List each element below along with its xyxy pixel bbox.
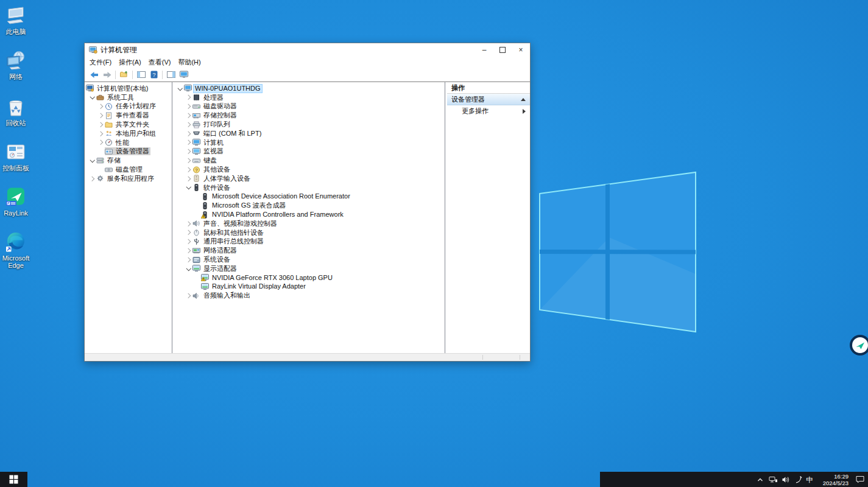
start-button[interactable] (0, 472, 27, 487)
chevron-collapsed-icon[interactable] (185, 220, 192, 227)
chevron-collapsed-icon[interactable] (97, 121, 105, 128)
console-node-row[interactable]: 性能 (85, 138, 172, 147)
menu-item-2[interactable]: 查看(V) (145, 57, 175, 68)
device-node-row[interactable]: 人体学输入设备 (174, 174, 445, 183)
chevron-collapsed-icon[interactable] (97, 112, 105, 119)
console-node-row[interactable]: 存储 (85, 156, 172, 165)
console-node-row[interactable]: 共享文件夹 (85, 120, 172, 129)
raylink-floating-ball[interactable] (848, 334, 868, 357)
desktop-icon-control-panel[interactable]: 控制面板 (0, 141, 32, 172)
device-node-row[interactable]: 显示适配器 (174, 264, 445, 273)
desktop-icon-network[interactable]: 网络 (0, 50, 32, 80)
device-node-row[interactable]: 监视器 (174, 147, 445, 156)
remote-button[interactable] (177, 69, 190, 80)
chevron-collapsed-icon[interactable] (185, 139, 192, 146)
maximize-button[interactable] (493, 43, 512, 57)
toolbar-separator (162, 71, 163, 79)
desktop-icon-raylink[interactable]: RayLink (0, 186, 32, 217)
device-node-row[interactable]: Microsoft Device Association Root Enumer… (174, 192, 445, 201)
menu-item-0[interactable]: 文件(F) (86, 57, 115, 68)
chevron-collapsed-icon[interactable] (97, 103, 105, 110)
desktop-icon-recycle-bin[interactable]: 回收站 (0, 96, 32, 127)
chevron-collapsed-icon[interactable] (185, 256, 192, 264)
device-node-row[interactable]: NVIDIA Platform Controllers and Framewor… (174, 210, 445, 219)
console-node-label: 任务计划程序 (115, 102, 157, 110)
tray-pen-icon[interactable] (794, 475, 803, 485)
chevron-collapsed-icon[interactable] (185, 121, 192, 128)
chevron-collapsed-icon[interactable] (185, 238, 192, 245)
chevron-expanded-icon[interactable] (185, 265, 192, 272)
chevron-expanded-icon[interactable] (88, 157, 96, 164)
tray-volume-icon[interactable] (781, 475, 791, 485)
taskbar-clock[interactable]: 16:29 2024/5/23 (813, 473, 849, 486)
device-node-row[interactable]: 磁盘驱动器 (174, 102, 445, 111)
menu-item-3[interactable]: 帮助(H) (174, 57, 204, 68)
tray-chevron-up-icon[interactable] (755, 475, 765, 485)
console-node-row[interactable]: 设备管理器 (85, 147, 172, 156)
tray-network-icon[interactable] (768, 475, 778, 485)
device-node-row[interactable]: 端口 (COM 和 LPT) (174, 129, 445, 138)
device-node-row[interactable]: 键盘 (174, 156, 445, 165)
device-node-row[interactable]: RayLink Virtual Display Adapter (174, 282, 445, 292)
chevron-collapsed-icon[interactable] (185, 94, 192, 101)
help-button[interactable]: ? (147, 69, 160, 80)
console-tree-button[interactable] (135, 69, 147, 80)
console-node-row[interactable]: 磁盘管理 (85, 165, 172, 174)
console-node-row[interactable]: 系统工具 (85, 93, 172, 102)
device-node-row[interactable]: NVIDIA GeForce RTX 3060 Laptop GPU (174, 273, 445, 282)
device-node-row[interactable]: 音频输入和输出 (174, 291, 445, 300)
device-node-label: 计算机 (202, 139, 225, 147)
chevron-collapsed-icon[interactable] (185, 166, 192, 173)
chevron-collapsed-icon[interactable] (185, 292, 192, 300)
device-node-row[interactable]: 计算机 (174, 138, 445, 147)
device-node-row[interactable]: 软件设备 (174, 183, 445, 192)
console-node-row[interactable]: 任务计划程序 (85, 102, 172, 111)
device-node-row[interactable]: 存储控制器 (174, 111, 445, 120)
chevron-collapsed-icon[interactable] (185, 229, 192, 236)
close-button[interactable]: × (512, 43, 530, 57)
chevron-expanded-icon[interactable] (176, 85, 184, 92)
chevron-collapsed-icon[interactable] (185, 247, 192, 254)
chevron-collapsed-icon[interactable] (185, 157, 192, 164)
actions-group-device-manager[interactable]: 设备管理器 (447, 94, 530, 105)
disk-management-icon (105, 166, 113, 173)
export-button[interactable] (118, 69, 130, 80)
chevron-expanded-icon[interactable] (88, 94, 96, 101)
back-button[interactable] (88, 69, 101, 80)
chevron-collapsed-icon[interactable] (185, 112, 192, 119)
chevron-collapsed-icon[interactable] (185, 130, 192, 137)
window-titlebar[interactable]: 计算机管理 – × (85, 43, 530, 57)
action-center-icon[interactable] (855, 475, 865, 485)
device-node-row[interactable]: 打印队列 (174, 120, 445, 129)
device-node-row[interactable]: 处理器 (174, 93, 445, 102)
chevron-collapsed-icon[interactable] (185, 103, 192, 110)
chevron-expanded-icon[interactable] (185, 184, 192, 191)
minimize-button[interactable]: – (475, 43, 493, 57)
device-node-row[interactable]: ?其他设备 (174, 165, 445, 174)
action-pane-button[interactable] (164, 69, 177, 80)
menu-item-1[interactable]: 操作(A) (115, 57, 145, 68)
console-node-label: 本地用户和组 (115, 130, 157, 138)
device-node-row[interactable]: 网络适配器 (174, 246, 445, 255)
desktop-icon-edge[interactable]: Microsoft Edge (0, 231, 32, 269)
device-node-row[interactable]: WIN-0PUAO1UTHDG (174, 84, 445, 93)
chevron-collapsed-icon[interactable] (97, 130, 105, 137)
console-node-row[interactable]: 服务和应用程序 (85, 174, 172, 183)
device-node-row[interactable]: 系统设备 (174, 255, 445, 264)
collapse-arrow-icon[interactable] (521, 98, 526, 101)
device-node-row[interactable]: 声音、视频和游戏控制器 (174, 219, 445, 228)
chevron-collapsed-icon[interactable] (88, 175, 96, 182)
device-node-row[interactable]: 通用串行总线控制器 (174, 237, 445, 247)
software-device-icon (201, 202, 209, 209)
device-node-row[interactable]: Microsoft GS 波表合成器 (174, 201, 445, 210)
more-actions-item[interactable]: 更多操作 (447, 105, 530, 117)
desktop-icon-this-pc[interactable]: 此电脑 (0, 5, 32, 35)
console-node-row[interactable]: 计算机管理(本地) (85, 84, 172, 93)
chevron-collapsed-icon[interactable] (185, 175, 192, 182)
chevron-collapsed-icon[interactable] (185, 148, 192, 155)
forward-button[interactable] (101, 69, 113, 80)
chevron-collapsed-icon[interactable] (97, 139, 105, 146)
console-node-row[interactable]: 事件查看器 (85, 111, 172, 120)
console-node-row[interactable]: 本地用户和组 (85, 129, 172, 138)
device-node-row[interactable]: 鼠标和其他指针设备 (174, 228, 445, 237)
